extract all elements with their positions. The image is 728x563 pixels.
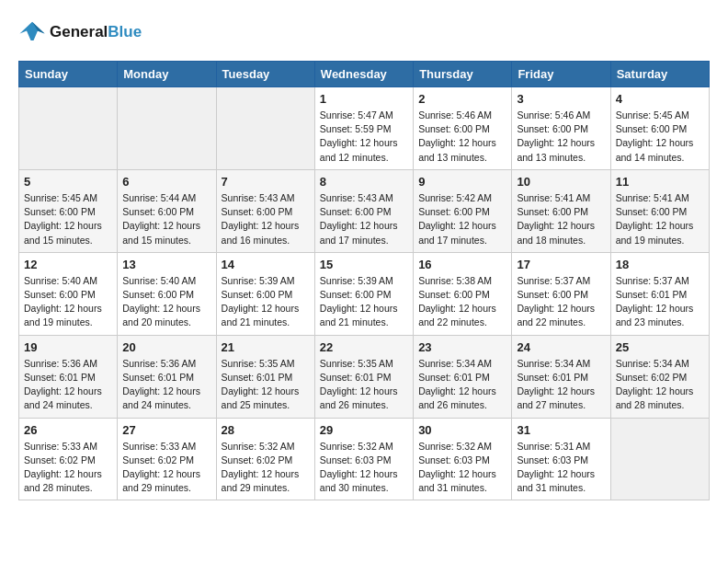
day-info: Sunrise: 5:33 AM Sunset: 6:02 PM Dayligh… bbox=[24, 440, 112, 496]
calendar-cell: 2Sunrise: 5:46 AM Sunset: 6:00 PM Daylig… bbox=[414, 87, 512, 170]
day-info: Sunrise: 5:35 AM Sunset: 6:01 PM Dayligh… bbox=[222, 357, 310, 413]
day-number: 18 bbox=[616, 258, 704, 271]
day-number: 23 bbox=[418, 340, 506, 354]
day-info: Sunrise: 5:41 AM Sunset: 6:00 PM Dayligh… bbox=[517, 191, 605, 247]
day-number: 14 bbox=[222, 258, 310, 271]
weekday-header-sunday: Sunday bbox=[19, 62, 118, 87]
day-number: 5 bbox=[24, 175, 112, 189]
day-number: 29 bbox=[320, 423, 408, 437]
calendar-cell: 28Sunrise: 5:32 AM Sunset: 6:02 PM Dayli… bbox=[216, 418, 314, 500]
calendar-body: 1Sunrise: 5:47 AM Sunset: 5:59 PM Daylig… bbox=[19, 87, 710, 500]
calendar-cell bbox=[216, 87, 314, 170]
day-info: Sunrise: 5:38 AM Sunset: 6:00 PM Dayligh… bbox=[418, 274, 506, 330]
logo-text: GeneralBlue bbox=[50, 23, 142, 41]
day-number: 1 bbox=[320, 92, 408, 106]
calendar-cell: 29Sunrise: 5:32 AM Sunset: 6:03 PM Dayli… bbox=[314, 418, 413, 500]
calendar-cell: 6Sunrise: 5:44 AM Sunset: 6:00 PM Daylig… bbox=[118, 169, 216, 252]
day-info: Sunrise: 5:31 AM Sunset: 6:03 PM Dayligh… bbox=[517, 440, 605, 496]
day-info: Sunrise: 5:42 AM Sunset: 6:00 PM Dayligh… bbox=[418, 191, 506, 247]
day-info: Sunrise: 5:40 AM Sunset: 6:00 PM Dayligh… bbox=[122, 274, 210, 330]
calendar-cell: 8Sunrise: 5:43 AM Sunset: 6:00 PM Daylig… bbox=[314, 169, 413, 252]
calendar-cell bbox=[610, 418, 709, 500]
day-number: 7 bbox=[222, 175, 310, 189]
calendar-cell: 16Sunrise: 5:38 AM Sunset: 6:00 PM Dayli… bbox=[414, 252, 512, 335]
calendar-cell: 26Sunrise: 5:33 AM Sunset: 6:02 PM Dayli… bbox=[19, 418, 118, 500]
weekday-header-monday: Monday bbox=[118, 62, 216, 87]
day-info: Sunrise: 5:37 AM Sunset: 6:00 PM Dayligh… bbox=[517, 274, 605, 330]
day-info: Sunrise: 5:34 AM Sunset: 6:01 PM Dayligh… bbox=[418, 357, 506, 413]
logo-icon bbox=[18, 18, 46, 46]
calendar-week-2: 5Sunrise: 5:45 AM Sunset: 6:00 PM Daylig… bbox=[19, 169, 710, 252]
day-info: Sunrise: 5:43 AM Sunset: 6:00 PM Dayligh… bbox=[222, 191, 310, 247]
calendar-cell: 10Sunrise: 5:41 AM Sunset: 6:00 PM Dayli… bbox=[512, 169, 610, 252]
calendar-cell bbox=[118, 87, 216, 170]
day-number: 6 bbox=[122, 175, 210, 189]
day-info: Sunrise: 5:45 AM Sunset: 6:00 PM Dayligh… bbox=[24, 191, 112, 247]
calendar-cell: 25Sunrise: 5:34 AM Sunset: 6:02 PM Dayli… bbox=[610, 335, 709, 418]
day-number: 8 bbox=[320, 175, 408, 189]
day-info: Sunrise: 5:36 AM Sunset: 6:01 PM Dayligh… bbox=[24, 357, 112, 413]
calendar-header-row: SundayMondayTuesdayWednesdayThursdayFrid… bbox=[19, 62, 710, 87]
calendar-cell: 21Sunrise: 5:35 AM Sunset: 6:01 PM Dayli… bbox=[216, 335, 314, 418]
day-number: 10 bbox=[517, 175, 605, 189]
day-info: Sunrise: 5:34 AM Sunset: 6:02 PM Dayligh… bbox=[616, 357, 704, 413]
day-info: Sunrise: 5:43 AM Sunset: 6:00 PM Dayligh… bbox=[320, 191, 408, 247]
day-info: Sunrise: 5:37 AM Sunset: 6:01 PM Dayligh… bbox=[616, 274, 704, 330]
day-number: 21 bbox=[222, 340, 310, 354]
weekday-header-friday: Friday bbox=[512, 62, 610, 87]
day-info: Sunrise: 5:32 AM Sunset: 6:03 PM Dayligh… bbox=[418, 440, 506, 496]
day-number: 28 bbox=[222, 423, 310, 437]
calendar-week-5: 26Sunrise: 5:33 AM Sunset: 6:02 PM Dayli… bbox=[19, 418, 710, 500]
day-info: Sunrise: 5:39 AM Sunset: 6:00 PM Dayligh… bbox=[222, 274, 310, 330]
calendar-cell: 17Sunrise: 5:37 AM Sunset: 6:00 PM Dayli… bbox=[512, 252, 610, 335]
calendar-cell: 30Sunrise: 5:32 AM Sunset: 6:03 PM Dayli… bbox=[414, 418, 512, 500]
day-number: 24 bbox=[517, 340, 605, 354]
day-info: Sunrise: 5:47 AM Sunset: 5:59 PM Dayligh… bbox=[320, 109, 408, 165]
day-info: Sunrise: 5:32 AM Sunset: 6:02 PM Dayligh… bbox=[222, 440, 310, 496]
day-info: Sunrise: 5:36 AM Sunset: 6:01 PM Dayligh… bbox=[122, 357, 210, 413]
day-info: Sunrise: 5:45 AM Sunset: 6:00 PM Dayligh… bbox=[616, 109, 704, 165]
calendar-cell: 23Sunrise: 5:34 AM Sunset: 6:01 PM Dayli… bbox=[414, 335, 512, 418]
calendar-cell: 9Sunrise: 5:42 AM Sunset: 6:00 PM Daylig… bbox=[414, 169, 512, 252]
calendar-week-3: 12Sunrise: 5:40 AM Sunset: 6:00 PM Dayli… bbox=[19, 252, 710, 335]
day-info: Sunrise: 5:46 AM Sunset: 6:00 PM Dayligh… bbox=[517, 109, 605, 165]
day-number: 17 bbox=[517, 258, 605, 271]
calendar-cell: 22Sunrise: 5:35 AM Sunset: 6:01 PM Dayli… bbox=[314, 335, 413, 418]
calendar-cell: 18Sunrise: 5:37 AM Sunset: 6:01 PM Dayli… bbox=[610, 252, 709, 335]
weekday-header-saturday: Saturday bbox=[610, 62, 709, 87]
day-number: 22 bbox=[320, 340, 408, 354]
calendar-cell: 4Sunrise: 5:45 AM Sunset: 6:00 PM Daylig… bbox=[610, 87, 709, 170]
day-number: 20 bbox=[122, 340, 210, 354]
day-number: 16 bbox=[418, 258, 506, 271]
calendar-week-1: 1Sunrise: 5:47 AM Sunset: 5:59 PM Daylig… bbox=[19, 87, 710, 170]
page-header: GeneralBlue bbox=[18, 18, 710, 46]
day-info: Sunrise: 5:35 AM Sunset: 6:01 PM Dayligh… bbox=[320, 357, 408, 413]
calendar-cell bbox=[19, 87, 118, 170]
logo: GeneralBlue bbox=[18, 18, 142, 46]
day-number: 30 bbox=[418, 423, 506, 437]
day-number: 27 bbox=[122, 423, 210, 437]
calendar-cell: 13Sunrise: 5:40 AM Sunset: 6:00 PM Dayli… bbox=[118, 252, 216, 335]
day-info: Sunrise: 5:32 AM Sunset: 6:03 PM Dayligh… bbox=[320, 440, 408, 496]
day-number: 4 bbox=[616, 92, 704, 106]
day-number: 15 bbox=[320, 258, 408, 271]
day-info: Sunrise: 5:39 AM Sunset: 6:00 PM Dayligh… bbox=[320, 274, 408, 330]
day-info: Sunrise: 5:44 AM Sunset: 6:00 PM Dayligh… bbox=[122, 191, 210, 247]
day-number: 2 bbox=[418, 92, 506, 106]
weekday-header-wednesday: Wednesday bbox=[314, 62, 413, 87]
calendar-table: SundayMondayTuesdayWednesdayThursdayFrid… bbox=[18, 61, 710, 500]
calendar-cell: 7Sunrise: 5:43 AM Sunset: 6:00 PM Daylig… bbox=[216, 169, 314, 252]
day-number: 19 bbox=[24, 340, 112, 354]
day-number: 26 bbox=[24, 423, 112, 437]
calendar-cell: 11Sunrise: 5:41 AM Sunset: 6:00 PM Dayli… bbox=[610, 169, 709, 252]
calendar-cell: 1Sunrise: 5:47 AM Sunset: 5:59 PM Daylig… bbox=[314, 87, 413, 170]
calendar-cell: 31Sunrise: 5:31 AM Sunset: 6:03 PM Dayli… bbox=[512, 418, 610, 500]
day-number: 11 bbox=[616, 175, 704, 189]
calendar-week-4: 19Sunrise: 5:36 AM Sunset: 6:01 PM Dayli… bbox=[19, 335, 710, 418]
calendar-cell: 15Sunrise: 5:39 AM Sunset: 6:00 PM Dayli… bbox=[314, 252, 413, 335]
day-info: Sunrise: 5:40 AM Sunset: 6:00 PM Dayligh… bbox=[24, 274, 112, 330]
calendar-cell: 20Sunrise: 5:36 AM Sunset: 6:01 PM Dayli… bbox=[118, 335, 216, 418]
calendar-cell: 27Sunrise: 5:33 AM Sunset: 6:02 PM Dayli… bbox=[118, 418, 216, 500]
day-info: Sunrise: 5:33 AM Sunset: 6:02 PM Dayligh… bbox=[122, 440, 210, 496]
day-number: 12 bbox=[24, 258, 112, 271]
